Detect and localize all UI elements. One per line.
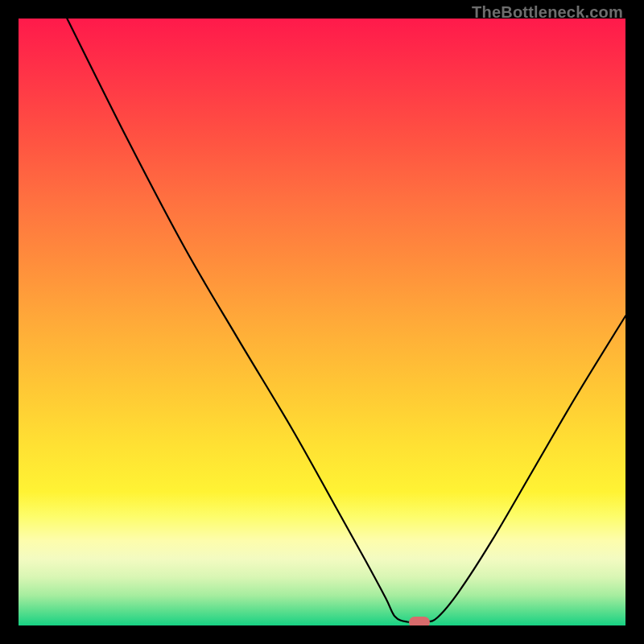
svg-rect-0 [19,19,625,625]
optimal-marker [409,617,430,625]
plot-background-gradient [19,19,625,625]
watermark-text: TheBottleneck.com [472,3,623,22]
chart-container: TheBottleneck.com [0,0,644,644]
plot-area [19,19,625,625]
